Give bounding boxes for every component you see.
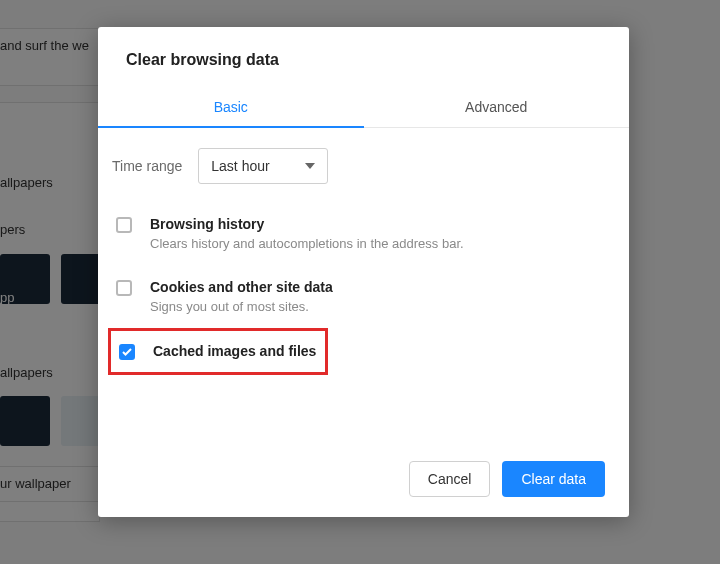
option-title: Cached images and files	[153, 343, 316, 359]
checkbox-browsing-history[interactable]	[116, 217, 132, 233]
chevron-down-icon	[305, 163, 315, 169]
dialog-body: Time range Last hour Browsing history Cl…	[98, 128, 629, 445]
time-range-select[interactable]: Last hour	[198, 148, 328, 184]
checkbox-cached[interactable]	[119, 344, 135, 360]
clear-data-button[interactable]: Clear data	[502, 461, 605, 497]
option-cookies[interactable]: Cookies and other site data Signs you ou…	[112, 265, 601, 328]
tab-advanced[interactable]: Advanced	[364, 89, 630, 127]
option-browsing-history[interactable]: Browsing history Clears history and auto…	[112, 202, 601, 265]
option-cached[interactable]: Cached images and files	[115, 337, 319, 366]
clear-browsing-data-dialog: Clear browsing data Basic Advanced Time …	[98, 27, 629, 517]
time-range-row: Time range Last hour	[112, 148, 601, 184]
highlight-annotation: Cached images and files	[108, 328, 328, 375]
dialog-footer: Cancel Clear data	[98, 445, 629, 517]
cancel-button[interactable]: Cancel	[409, 461, 491, 497]
dialog-title: Clear browsing data	[98, 27, 629, 89]
option-subtitle: Clears history and autocompletions in th…	[150, 236, 464, 251]
option-title: Cookies and other site data	[150, 279, 333, 295]
tab-bar: Basic Advanced	[98, 89, 629, 128]
tab-basic[interactable]: Basic	[98, 89, 364, 127]
time-range-label: Time range	[112, 158, 182, 174]
time-range-value: Last hour	[211, 158, 269, 174]
option-subtitle: Signs you out of most sites.	[150, 299, 333, 314]
checkbox-cookies[interactable]	[116, 280, 132, 296]
option-title: Browsing history	[150, 216, 464, 232]
